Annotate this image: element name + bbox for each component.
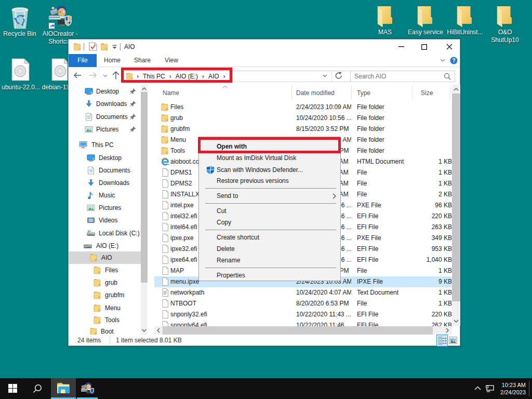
svg-text:?: ? [452,58,455,63]
